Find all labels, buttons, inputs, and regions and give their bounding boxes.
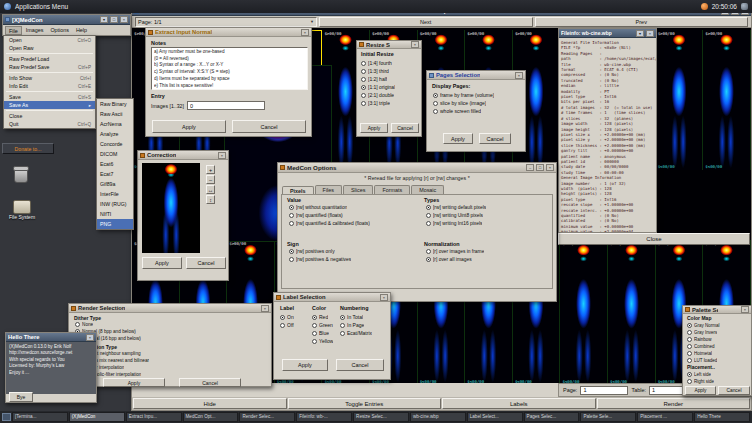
close-button[interactable]: × [515, 72, 523, 79]
filesystem-icon[interactable]: File System [2, 200, 42, 220]
colormap-radio[interactable]: Hotmetal [685, 350, 751, 357]
interpolation-radio[interactable]: Hyperbolic-filter interpolation [73, 371, 269, 378]
menubar-item[interactable]: Help [73, 26, 90, 35]
taskbar-button[interactable]: Resize Selec... [353, 412, 409, 422]
colormap-radio[interactable]: LUT loaded [685, 357, 751, 364]
options-tab[interactable]: Slices [343, 185, 373, 194]
colormap-radio[interactable]: Gray Normal [685, 322, 751, 329]
types-radio[interactable]: [rw] writing Uint8 pixels [424, 211, 556, 219]
cancel-button[interactable]: Cancel [479, 133, 511, 144]
network-icon[interactable] [741, 3, 748, 10]
applications-menu-icon[interactable] [4, 3, 11, 10]
label-numbering-radio[interactable]: Ecat/Matrix [338, 329, 390, 337]
colormap-radio[interactable]: Combined [685, 343, 751, 350]
dither-radio[interactable]: Maximal (16 bpp and below) [73, 335, 269, 342]
saveas-menu-item[interactable]: DICOM [97, 149, 133, 159]
scan-tile[interactable]: $>00/00$<00/00 [608, 240, 656, 383]
saveas-menu-item[interactable]: Ecat6 [97, 159, 133, 169]
label-color-radio[interactable]: Blue [310, 329, 338, 337]
page-input[interactable] [580, 386, 628, 395]
label-onoff-radio[interactable]: On [278, 313, 308, 321]
menu-item-save[interactable]: SaveCtrl+S [4, 93, 95, 101]
shade-button[interactable]: ▾ [100, 16, 108, 23]
hide-button[interactable]: Hide [133, 398, 287, 409]
label-numbering-radio[interactable]: In Page [338, 321, 390, 329]
label-color-radio[interactable]: Red [310, 313, 338, 321]
apply-button[interactable]: Apply [142, 257, 182, 269]
cancel-button[interactable]: Cancel [391, 123, 419, 133]
saveas-menu-item[interactable]: PNG [97, 219, 133, 229]
close-button[interactable]: × [86, 334, 94, 341]
cancel-button[interactable]: Cancel [336, 359, 384, 371]
saveas-menu-item[interactable]: Concorde [97, 139, 133, 149]
menubar-item[interactable]: Images [23, 26, 47, 35]
menu-item-info-edit[interactable]: Info EditCtrl+E [4, 82, 95, 90]
close-button[interactable]: × [301, 29, 309, 36]
menubar-item[interactable]: File [5, 26, 22, 35]
cancel-button[interactable]: Cancel [179, 378, 241, 387]
minimize-button[interactable]: – [526, 164, 534, 171]
interpolation-radio[interactable]: Tiles as mix nearest and bilinear [73, 357, 269, 364]
menu-item-info-show[interactable]: Info ShowCtrl+I [4, 74, 95, 82]
saveas-menu-item[interactable]: Ecat7 [97, 169, 133, 179]
pages-radio[interactable]: frame by frame (volume) [431, 91, 525, 99]
menu-item-close[interactable]: Close [4, 112, 95, 120]
resize-radio[interactable]: [1:1] original [359, 83, 421, 91]
value-radio[interactable]: [rw] quantified (floats) [287, 211, 417, 219]
taskbar-button[interactable]: Pages Selec... [524, 412, 580, 422]
close-button[interactable]: × [411, 41, 419, 48]
options-tab[interactable]: Files [315, 185, 342, 194]
apply-button[interactable]: Apply [443, 133, 473, 144]
taskbar-button[interactable]: Fileinfo: wb-... [296, 412, 352, 422]
images-input[interactable] [187, 101, 265, 110]
correction-tool-button[interactable]: + [206, 165, 215, 174]
interpolation-radio[interactable]: Nearest neighbour sampling [73, 350, 269, 357]
saveas-menu-item[interactable]: NIfTI [97, 209, 133, 219]
cancel-button[interactable]: Cancel [186, 257, 226, 269]
correction-tool-button[interactable]: – [206, 175, 215, 184]
notification-icon[interactable] [701, 3, 708, 10]
taskbar-button[interactable]: Hello There [694, 412, 750, 422]
bye-button[interactable]: Bye [9, 392, 33, 402]
prev-button[interactable]: Prev [535, 17, 749, 27]
trash-icon[interactable] [8, 168, 34, 183]
apply-button[interactable]: Apply [685, 386, 716, 395]
value-radio[interactable]: [rw] without quantitation [287, 203, 417, 211]
types-radio[interactable]: [rw] writing default pixels [424, 203, 556, 211]
close-button[interactable]: × [741, 306, 749, 313]
taskbar-button[interactable]: MedCon Opt... [183, 412, 239, 422]
interpolation-radio[interactable]: Bilinear interpolation [73, 364, 269, 371]
taskbar-button[interactable]: Palette Sele... [580, 412, 636, 422]
menu-item-save-as[interactable]: Save As▸ [4, 101, 95, 109]
dither-radio[interactable]: Normal (8 bpp and below) [73, 328, 269, 335]
resize-radio[interactable]: [1:2] half [359, 75, 421, 83]
taskbar-button[interactable]: Render Selec... [239, 412, 295, 422]
labels-button[interactable]: Labels [442, 398, 596, 409]
resize-radio[interactable]: [1:4] fourth [359, 59, 421, 67]
saveas-menu-item[interactable]: Analyze [97, 129, 133, 139]
pages-radio[interactable]: slice by slice (image) [431, 99, 525, 107]
close-button[interactable]: × [120, 16, 128, 23]
next-button[interactable]: Next [319, 17, 533, 27]
placement-radio[interactable]: Left side [685, 371, 751, 378]
taskbar-button[interactable]: Extract Inpu... [126, 412, 182, 422]
menu-item-raw-predef-load[interactable]: Raw Predef Load [4, 55, 95, 63]
menubar-item[interactable]: Options [47, 26, 72, 35]
workspace-pager[interactable] [2, 413, 11, 421]
scan-tile[interactable]: $>00/00$<00/00 [656, 30, 704, 170]
apply-button[interactable]: Apply [360, 123, 388, 133]
menu-item-raw-predef-save[interactable]: Raw Predef SaveCtrl+P [4, 63, 95, 71]
taskbar-button[interactable]: (X)MedCon [69, 412, 125, 422]
saveas-menu-item[interactable]: Gif89a [97, 179, 133, 189]
shade-button[interactable]: ▾ [636, 30, 644, 37]
resize-radio[interactable]: [3:1] triple [359, 99, 421, 107]
sign-radio[interactable]: [rw] positives & negatives [287, 255, 417, 263]
toggle-entries-button[interactable]: Toggle Entries [288, 398, 442, 409]
taskbar-button[interactable]: Label Select... [467, 412, 523, 422]
saveas-menu-item[interactable]: INW (RUG) [97, 199, 133, 209]
donate-button[interactable]: Donate to... [2, 143, 54, 154]
dither-radio[interactable]: None [73, 321, 269, 328]
render-button[interactable]: Render [597, 398, 751, 409]
label-onoff-radio[interactable]: Off [278, 321, 308, 329]
resize-radio[interactable]: [2:1] double [359, 91, 421, 99]
